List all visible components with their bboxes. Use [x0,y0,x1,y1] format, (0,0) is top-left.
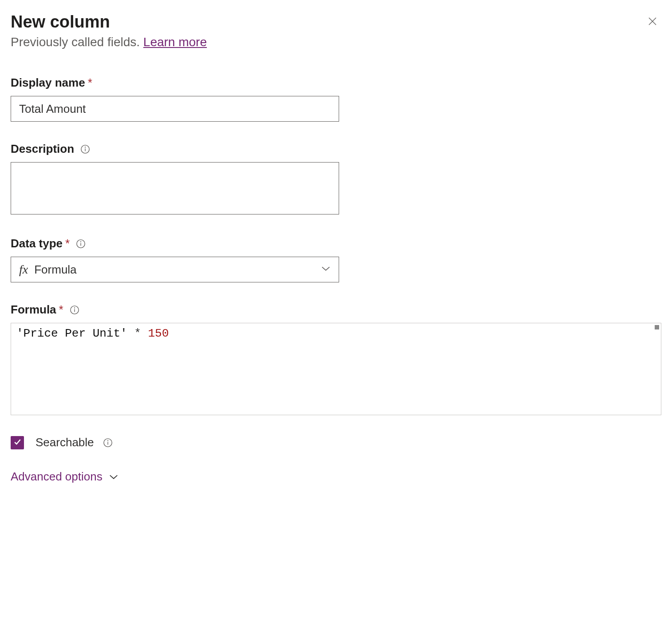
data-type-value: Formula [34,263,321,277]
svg-point-4 [85,147,86,147]
description-label: Description [11,142,661,156]
data-type-select[interactable]: fx Formula [11,257,339,282]
label-text: Data type [11,237,63,250]
svg-point-13 [107,440,108,440]
data-type-label: Data type * [11,237,661,250]
description-input[interactable] [11,162,339,214]
info-icon[interactable] [103,438,113,448]
formula-input[interactable]: 'Price Per Unit' * 150 [11,323,661,415]
label-text: Display name [11,76,85,90]
chevron-down-icon [109,474,119,480]
info-icon[interactable] [76,239,86,249]
svg-point-7 [81,241,81,242]
close-button[interactable] [644,12,661,32]
display-name-label: Display name * [11,76,661,90]
required-indicator: * [88,76,92,90]
learn-more-link[interactable]: Learn more [143,35,207,49]
label-text: Formula [11,303,56,317]
searchable-checkbox[interactable] [11,436,24,449]
advanced-options-toggle[interactable]: Advanced options [11,470,661,484]
svg-point-10 [74,307,75,308]
searchable-label: Searchable [36,436,94,449]
required-indicator: * [59,303,63,317]
advanced-label: Advanced options [11,470,103,484]
info-icon[interactable] [70,305,79,315]
formula-token-op: * [134,327,141,340]
display-name-input[interactable] [11,96,339,122]
formula-token-num: 150 [148,327,169,340]
required-indicator: * [65,237,70,250]
page-title: New column [11,12,110,32]
page-subtitle: Previously called fields. Learn more [11,35,661,49]
formula-token-string: 'Price Per Unit' [16,327,127,340]
info-icon[interactable] [80,144,90,154]
close-icon [647,21,658,28]
subtitle-text: Previously called fields. [11,35,143,49]
chevron-down-icon [321,266,331,274]
fx-icon: fx [19,262,28,277]
label-text: Description [11,142,74,156]
formula-label: Formula * [11,303,661,317]
check-icon [13,437,22,448]
